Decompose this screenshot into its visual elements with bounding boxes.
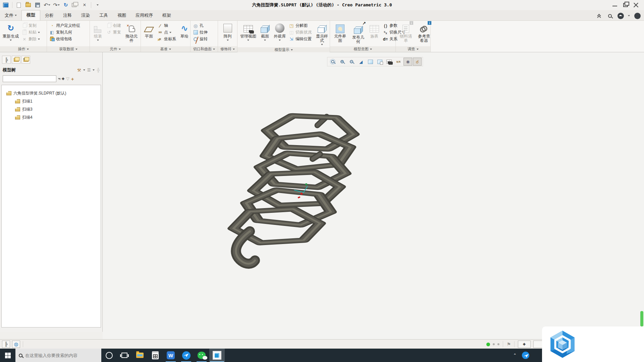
tab-analysis[interactable]: 分析	[40, 11, 58, 20]
app-window-icon[interactable]	[2, 1, 9, 9]
flag-icon[interactable]	[506, 342, 511, 347]
ribbon-button-extrude[interactable]: 拉伸	[192, 29, 209, 36]
ribbon-button-pattern[interactable]: 阵列	[221, 22, 234, 46]
help-button[interactable]	[634, 12, 641, 19]
zoom-in-button[interactable]: +	[338, 58, 346, 66]
group-label-model-display[interactable]: 模型显示	[237, 47, 330, 52]
group-label-model-intent[interactable]: 模型意图	[330, 46, 395, 52]
spring-model[interactable]	[218, 111, 376, 272]
tree-root-item[interactable]: 六角扭型弹簧.SLDPRT (默认)	[2, 89, 101, 97]
tab-render[interactable]: 渲染	[76, 11, 95, 20]
refit-button[interactable]	[357, 58, 365, 66]
group-label-cuts-surfaces[interactable]: 切口和曲面	[191, 46, 218, 52]
cortana-button[interactable]	[101, 349, 117, 362]
status-find-button[interactable]	[518, 341, 531, 348]
tab-framework[interactable]: 框架	[158, 11, 176, 20]
ribbon-button-component-interface[interactable]: 元件界面	[331, 22, 349, 46]
ribbon-button-hole[interactable]: 孔	[192, 22, 209, 29]
ribbon-button-publish-geometry[interactable]: 发布几何	[350, 22, 367, 46]
wechat-button[interactable]	[194, 349, 209, 362]
file-explorer-button[interactable]	[132, 349, 148, 362]
customize-qat-button[interactable]	[94, 1, 101, 9]
filter-icon[interactable]	[66, 76, 69, 81]
ribbon-button-section[interactable]: 截面	[258, 22, 272, 47]
learning-caret-icon[interactable]	[628, 15, 630, 17]
switch-window-button[interactable]	[71, 1, 79, 9]
tray-messenger-icon[interactable]	[522, 352, 529, 359]
ribbon-button-point[interactable]: 点	[156, 29, 177, 36]
group-label-component[interactable]: 元件	[90, 46, 141, 52]
ribbon-button-exploded-view[interactable]: 分解图	[288, 22, 313, 29]
learning-connector-button[interactable]	[617, 12, 624, 19]
spin-center-button[interactable]	[413, 58, 422, 66]
group-label-operations[interactable]: 操作	[0, 46, 47, 52]
taskbar-search-input[interactable]	[25, 353, 92, 358]
datum-display-button[interactable]	[394, 58, 403, 66]
wps-word-button[interactable]: W	[163, 349, 178, 362]
new-file-button[interactable]	[15, 1, 22, 9]
ribbon-button-manage-views[interactable]: 管理视图	[239, 22, 258, 47]
zoom-out-button[interactable]: −	[347, 58, 356, 66]
add-filter-icon[interactable]	[71, 76, 74, 82]
annotation-display-button[interactable]	[404, 58, 412, 66]
zoom-region-button[interactable]	[328, 58, 337, 66]
tab-model[interactable]: 模型	[21, 10, 40, 20]
panel-tab-model-tree[interactable]	[2, 56, 11, 64]
tree-item-sweep4[interactable]: 扫描4	[2, 113, 101, 121]
find-icon[interactable]	[62, 76, 64, 82]
ribbon-button-drag-component[interactable]: 拖动元件	[123, 22, 140, 46]
model-tree-toggle-button[interactable]	[2, 341, 10, 348]
tab-applications[interactable]: 应用程序	[131, 11, 158, 20]
ribbon-button-udf[interactable]: 用户定义特征	[48, 22, 81, 29]
tray-chevron-icon[interactable]: ⌃	[513, 353, 517, 358]
group-label-modifiers[interactable]: 修饰符	[218, 46, 237, 52]
panel-tab-favorites[interactable]	[21, 56, 30, 64]
view-manager-button[interactable]	[385, 58, 393, 66]
ribbon-button-shrinkwrap[interactable]: 收缩包络	[48, 36, 81, 42]
display-style-quick-button[interactable]	[366, 58, 375, 66]
group-label-investigate[interactable]: 调查	[396, 46, 430, 52]
ribbon-button-regenerate[interactable]: ↻ 重新生成	[1, 22, 20, 46]
command-search-button[interactable]	[606, 12, 613, 19]
tree-search-input[interactable]	[3, 76, 58, 81]
ribbon-button-edit-position[interactable]: 编辑位置	[288, 36, 313, 42]
tools-caret[interactable]	[83, 69, 85, 72]
start-button[interactable]	[0, 349, 15, 362]
search-dropdown-icon[interactable]	[58, 78, 60, 80]
restore-button[interactable]	[623, 2, 629, 8]
ribbon-button-copy-geometry[interactable]: 复制几何	[48, 29, 81, 36]
tab-file[interactable]: 文件	[0, 11, 21, 20]
minimize-button[interactable]	[612, 2, 618, 8]
open-file-button[interactable]	[24, 1, 32, 9]
browser-bird-button[interactable]	[178, 349, 194, 362]
task-view-button[interactable]	[117, 349, 132, 362]
panel-tab-folder-browser[interactable]	[12, 56, 20, 64]
ribbon-button-display-style[interactable]: 显示样式	[313, 22, 331, 47]
web-browser-toggle-button[interactable]	[12, 341, 20, 348]
collapse-ribbon-button[interactable]	[596, 12, 602, 19]
group-label-get-data[interactable]: 获取数据	[47, 46, 90, 52]
ribbon-button-csys[interactable]: 坐标系	[156, 36, 177, 42]
ribbon-button-revolve[interactable]: 旋转	[192, 36, 209, 42]
saved-orientations-button[interactable]	[375, 58, 384, 66]
tree-item-sweep3[interactable]: 扫描3	[2, 105, 101, 113]
tab-tools[interactable]: 工具	[95, 11, 113, 20]
ribbon-button-appearance-gallery[interactable]: 外观库	[272, 22, 287, 47]
redo-button[interactable]	[53, 1, 60, 9]
taskbar-search[interactable]	[15, 349, 101, 362]
group-label-datum[interactable]: 基准	[141, 46, 190, 52]
calculator-button[interactable]	[148, 349, 163, 362]
ribbon-button-reference-viewer[interactable]: i 参考查看器	[415, 22, 433, 46]
settings-list-icon[interactable]	[87, 68, 91, 72]
undo-button[interactable]	[43, 1, 51, 9]
creo-taskbar-button[interactable]	[209, 349, 225, 362]
tools-icon[interactable]	[77, 68, 81, 73]
regenerate-quick-button[interactable]	[62, 1, 69, 9]
tab-view[interactable]: 视图	[113, 11, 131, 20]
close-button[interactable]	[633, 2, 639, 8]
tab-annotate[interactable]: 注释	[58, 11, 76, 20]
close-window-button[interactable]	[81, 1, 88, 9]
settings-caret[interactable]	[93, 69, 95, 72]
ribbon-button-plane[interactable]: 平面	[142, 22, 156, 46]
ribbon-button-sketch[interactable]: 草绘	[178, 22, 191, 46]
